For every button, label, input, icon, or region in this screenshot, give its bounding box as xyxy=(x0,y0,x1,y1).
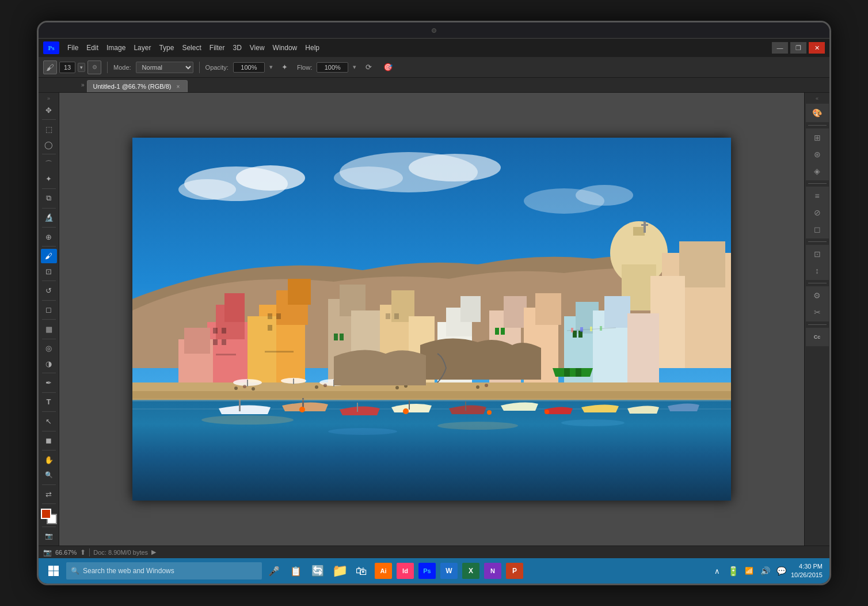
airbrush-icon[interactable]: ✦ xyxy=(277,61,292,74)
brush-settings-icon[interactable]: 🎯 xyxy=(380,61,395,74)
dodge-tool[interactable]: ◑ xyxy=(41,357,57,370)
swatches-btn[interactable]: ⊞ xyxy=(808,130,827,146)
svg-rect-59 xyxy=(394,313,399,319)
document-tab[interactable]: Untitled-1 @66.7% (RGB/8) × xyxy=(87,80,188,92)
tray-arrow-up-icon[interactable]: ∧ xyxy=(710,560,724,581)
mode-select[interactable]: Normal Dissolve Multiply Screen xyxy=(136,62,193,73)
channels-btn[interactable]: ⊘ xyxy=(808,204,827,221)
stamp-tool[interactable]: ⊡ xyxy=(41,264,57,278)
minimize-button[interactable]: — xyxy=(772,42,788,54)
opacity-dropdown[interactable]: ▾ xyxy=(269,63,273,71)
shape-tool[interactable]: ◼ xyxy=(41,434,57,448)
menu-3d[interactable]: 3D xyxy=(229,43,245,53)
brush-options-btn[interactable]: ⚙ xyxy=(87,60,101,74)
color-panel-btn[interactable]: 🎨 xyxy=(808,105,827,121)
taskbar-indesign-btn[interactable]: Id xyxy=(395,560,415,581)
healing-tool[interactable]: ⊕ xyxy=(41,230,57,244)
tray-network-icon[interactable]: 📶 xyxy=(743,560,756,581)
illustrator-icon: Ai xyxy=(375,563,392,579)
menu-window[interactable]: Window xyxy=(269,43,301,53)
collapse-left-icon[interactable]: » xyxy=(79,82,87,88)
flow-dropdown[interactable]: ▾ xyxy=(353,63,356,71)
eyedropper-tool[interactable]: 🔬 xyxy=(41,211,57,225)
path-select-tool[interactable]: ↖ xyxy=(41,414,57,428)
brush-size-input[interactable] xyxy=(59,62,75,73)
gradient-tool[interactable]: ▦ xyxy=(41,322,57,336)
tab-close-button[interactable]: × xyxy=(174,83,181,90)
svg-rect-60 xyxy=(216,354,236,355)
taskbar-task-view-btn[interactable]: 📋 xyxy=(286,560,306,581)
lasso-tool[interactable]: ⌒ xyxy=(41,157,57,171)
paths-btn[interactable]: ◻ xyxy=(808,221,827,237)
menu-help[interactable]: Help xyxy=(302,43,323,53)
menu-select[interactable]: Select xyxy=(178,43,204,53)
settings-panel-btn[interactable]: ⚙ xyxy=(808,287,827,304)
taskbar-folder-btn[interactable]: 📁 xyxy=(330,560,349,581)
menu-image[interactable]: Image xyxy=(103,43,129,53)
properties-btn[interactable]: ⊡ xyxy=(808,246,827,262)
taskbar-store-btn[interactable]: 🛍 xyxy=(352,560,371,581)
share-icon[interactable]: ⬆ xyxy=(80,548,86,556)
tool-separator-17 xyxy=(42,503,56,504)
taskbar-illustrator-btn[interactable]: Ai xyxy=(374,560,393,581)
camera-btn[interactable]: 📷 xyxy=(41,529,57,543)
taskbar-photoshop-btn[interactable]: Ps xyxy=(417,560,437,581)
taskbar-onenote-btn[interactable]: N xyxy=(483,560,502,581)
canvas-area[interactable] xyxy=(59,93,804,546)
taskbar-refresh-btn[interactable]: 🔄 xyxy=(308,560,328,581)
creative-cloud-btn[interactable]: Cc xyxy=(808,329,827,345)
opacity-value[interactable]: 100% xyxy=(233,62,265,73)
marquee-ellipse-tool[interactable]: ◯ xyxy=(41,138,57,152)
type-tool[interactable]: T xyxy=(41,395,57,409)
eraser-tool[interactable]: ◻ xyxy=(41,303,57,317)
opacity-label: Opacity: xyxy=(205,64,229,71)
menu-view[interactable]: View xyxy=(246,43,268,53)
taskbar-microphone-btn[interactable]: 🎤 xyxy=(264,560,284,581)
menu-filter[interactable]: Filter xyxy=(206,43,229,53)
marquee-rect-tool[interactable]: ⬚ xyxy=(41,122,57,136)
right-panel-sep-1 xyxy=(808,125,827,126)
svg-rect-55 xyxy=(268,313,272,319)
tray-message-icon[interactable]: 💬 xyxy=(775,560,789,581)
rotate-view-tool[interactable]: ⇄ xyxy=(41,487,57,501)
brush-tool[interactable]: 🖌 xyxy=(41,249,57,263)
blur-tool[interactable]: ◎ xyxy=(41,341,57,355)
zoom-tool[interactable]: 🔍 xyxy=(41,468,57,482)
pen-tool[interactable]: ✒ xyxy=(41,376,57,389)
search-bar[interactable]: 🔍 Search the web and Windows xyxy=(66,562,262,580)
tray-volume-icon[interactable]: 🔊 xyxy=(759,560,772,581)
quick-select-tool[interactable]: ✦ xyxy=(41,172,57,186)
toolbar-collapse-handle[interactable]: » xyxy=(47,95,50,102)
history-brush-tool[interactable]: ↺ xyxy=(41,283,57,297)
styles-btn[interactable]: ◈ xyxy=(808,163,827,179)
menu-file[interactable]: File xyxy=(64,43,82,53)
close-button[interactable]: ✕ xyxy=(809,42,825,54)
tray-battery-icon[interactable]: 🔋 xyxy=(726,560,740,581)
brush-size-dropdown[interactable]: ▾ xyxy=(78,63,85,72)
menu-edit[interactable]: Edit xyxy=(83,43,102,53)
restore-button[interactable]: ❐ xyxy=(790,42,806,54)
status-separator xyxy=(89,548,90,556)
brush-preview[interactable]: 🖌 xyxy=(43,60,57,74)
taskbar-powerpoint-btn[interactable]: P xyxy=(505,560,524,581)
move-tool[interactable]: ✥ xyxy=(41,103,57,117)
ps-logo: Ps xyxy=(43,41,59,54)
adjustments-btn[interactable]: ⊛ xyxy=(808,146,827,162)
svg-rect-20 xyxy=(641,224,648,226)
tools-panel-btn[interactable]: ✂ xyxy=(808,304,827,320)
right-panel-collapse[interactable]: « xyxy=(816,95,818,102)
layers-btn[interactable]: ≡ xyxy=(808,188,827,204)
flow-value[interactable]: 100% xyxy=(317,62,348,73)
start-button[interactable] xyxy=(43,560,64,581)
smoothing-icon[interactable]: ⟳ xyxy=(361,61,376,74)
hand-tool[interactable]: ✋ xyxy=(41,453,57,467)
menu-layer[interactable]: Layer xyxy=(130,43,154,53)
foreground-color-swatch[interactable] xyxy=(41,509,51,519)
status-arrow-icon[interactable]: ▶ xyxy=(151,548,156,556)
right-panel-section-5: ⚙ ✂ xyxy=(806,286,829,321)
transform-btn[interactable]: ↕ xyxy=(808,263,827,279)
crop-tool[interactable]: ⧉ xyxy=(41,191,57,205)
taskbar-excel-btn[interactable]: X xyxy=(461,560,481,581)
menu-type[interactable]: Type xyxy=(155,43,177,53)
taskbar-word-btn[interactable]: W xyxy=(439,560,459,581)
